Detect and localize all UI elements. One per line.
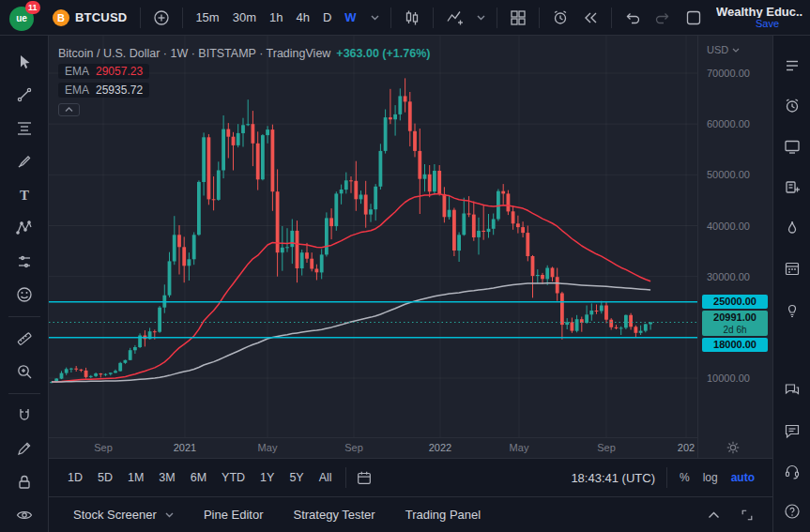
tab-trading-panel[interactable]: Trading Panel [390, 497, 496, 532]
range-1y[interactable]: 1Y [252, 468, 282, 487]
main-menu-logo[interactable]: ue 11 [9, 4, 38, 32]
save-link[interactable]: Save [756, 18, 779, 30]
price-chart[interactable]: Bitcoin / U.S. Dollar · 1W · BITSTAMP · … [49, 36, 697, 437]
timeframe-30m[interactable]: 30m [226, 7, 263, 28]
chevron-up-icon [708, 511, 720, 519]
level-price-label[interactable]: 25000.00 [702, 295, 768, 309]
range-all[interactable]: All [312, 468, 340, 487]
time-tick-label: 2022 [425, 442, 455, 453]
hide-drawings-button[interactable] [7, 499, 42, 532]
prediction-tool[interactable] [7, 245, 42, 279]
calendar-button[interactable] [777, 249, 807, 289]
emoji-tool[interactable] [7, 279, 42, 312]
public-chat-button[interactable] [777, 370, 807, 410]
range-3m[interactable]: 3M [151, 468, 182, 487]
layout-name: Wealthy Educ... [716, 6, 802, 18]
timeframe-w[interactable]: W [338, 7, 362, 28]
chart-style-button[interactable] [397, 5, 427, 31]
zoom-tool[interactable] [7, 356, 42, 389]
redo-button[interactable] [648, 5, 678, 31]
measure-tool[interactable] [7, 322, 42, 356]
fullscreen-button[interactable] [737, 505, 757, 525]
grid-layout-icon [509, 8, 527, 27]
range-1d[interactable]: 1D [60, 468, 90, 487]
tab-pine-editor[interactable]: Pine Editor [189, 497, 279, 532]
range-5d[interactable]: 5D [90, 468, 120, 487]
go-to-date-button[interactable] [352, 466, 376, 489]
undo-button[interactable] [618, 5, 648, 31]
private-chats-button[interactable] [777, 410, 807, 450]
footer-right-controls [703, 505, 763, 525]
alerts-clock-icon [783, 97, 802, 115]
pattern-tool[interactable] [7, 212, 42, 246]
ideas-button[interactable] [777, 289, 807, 329]
lock-drawings-button[interactable] [7, 465, 42, 499]
auto-scale-button[interactable]: auto [725, 468, 761, 487]
price-axis[interactable]: USD 70000.0060000.0050000.0040000.003000… [697, 36, 772, 458]
indicator-ema-2[interactable]: EMA 25935.72 [58, 83, 149, 98]
drawing-mode-button[interactable] [7, 433, 42, 466]
symbol-description[interactable]: Bitcoin / U.S. Dollar · 1W · BITSTAMP · … [58, 47, 430, 60]
indicator-ema-1[interactable]: EMA 29057.23 [58, 64, 149, 79]
timeframe-1h[interactable]: 1h [263, 7, 289, 28]
notification-badge: 11 [25, 1, 40, 14]
help-button[interactable] [777, 492, 807, 532]
replay-icon [581, 8, 600, 27]
zoom-in-icon [15, 362, 34, 381]
symbol-search-button[interactable]: B BTCUSD [45, 7, 134, 29]
xabcd-pattern-icon [15, 219, 34, 237]
toolbar-divider [8, 316, 40, 317]
indicators-button[interactable] [439, 5, 469, 31]
range-1m[interactable]: 1M [120, 468, 151, 487]
layout-name-block[interactable]: Wealthy Educ... Save [716, 6, 802, 30]
bitcoin-icon: B [53, 9, 69, 26]
magnet-mode-button[interactable] [7, 399, 42, 433]
range-ytd[interactable]: YTD [214, 468, 252, 487]
create-alert-button[interactable] [545, 5, 575, 31]
fullscreen-icon [740, 508, 755, 523]
axis-currency-menu[interactable]: USD [707, 44, 740, 55]
tab-label: Stock Screener [73, 508, 157, 522]
fib-retracement-tool[interactable] [7, 112, 42, 145]
text-tool[interactable]: T [7, 178, 42, 212]
legend-collapse-button[interactable] [58, 103, 80, 116]
level-price-label[interactable]: 18000.00 [702, 338, 768, 352]
time-axis[interactable]: Sep2021MaySep2022MaySep202 [49, 437, 697, 458]
save-layout-button[interactable] [679, 5, 709, 31]
range-5y[interactable]: 5Y [282, 468, 311, 487]
trend-line-tool[interactable] [7, 79, 42, 113]
timeframe-d[interactable]: D [316, 7, 338, 28]
chevron-down-icon [732, 48, 740, 53]
bar-replay-button[interactable] [575, 5, 605, 31]
timeframe-15m[interactable]: 15m [189, 7, 225, 28]
clock-utc[interactable]: 18:43:41 (UTC) [571, 471, 655, 485]
trend-line-icon [15, 85, 34, 104]
brush-tool[interactable] [7, 145, 42, 179]
chart-settings-button[interactable] [725, 439, 741, 456]
layout-button[interactable] [503, 5, 533, 31]
tab-stock-screener[interactable]: Stock Screener [58, 497, 189, 532]
watchlist-button[interactable] [777, 45, 807, 85]
support-button[interactable] [777, 450, 807, 491]
last-price-label[interactable]: 20991.002d 6h [702, 311, 768, 336]
timeframe-menu-button[interactable] [363, 11, 385, 24]
compare-add-button[interactable] [146, 5, 176, 31]
tab-strategy-tester[interactable]: Strategy Tester [278, 497, 390, 532]
price-tick-label: 30000.00 [707, 270, 750, 283]
log-scale-button[interactable]: log [696, 468, 725, 487]
indicator-templates-button[interactable] [469, 11, 491, 24]
percent-scale-button[interactable]: % [673, 468, 696, 487]
legend-title-text: Bitcoin / U.S. Dollar · 1W · BITSTAMP · … [58, 47, 330, 60]
toolbar-divider [140, 8, 141, 28]
timeframe-4h[interactable]: 4h [289, 7, 315, 28]
price-label-value: 25000.00 [702, 295, 768, 309]
streams-button[interactable] [777, 207, 807, 248]
news-button[interactable] [777, 127, 807, 167]
toolbar-divider [345, 467, 346, 488]
cursor-tool[interactable] [7, 45, 42, 79]
range-6m[interactable]: 6M [183, 468, 214, 487]
panel-expand-button[interactable] [703, 505, 724, 525]
watchlist-icon [783, 56, 802, 75]
alerts-button[interactable] [777, 85, 807, 126]
hotlists-button[interactable] [777, 167, 807, 207]
